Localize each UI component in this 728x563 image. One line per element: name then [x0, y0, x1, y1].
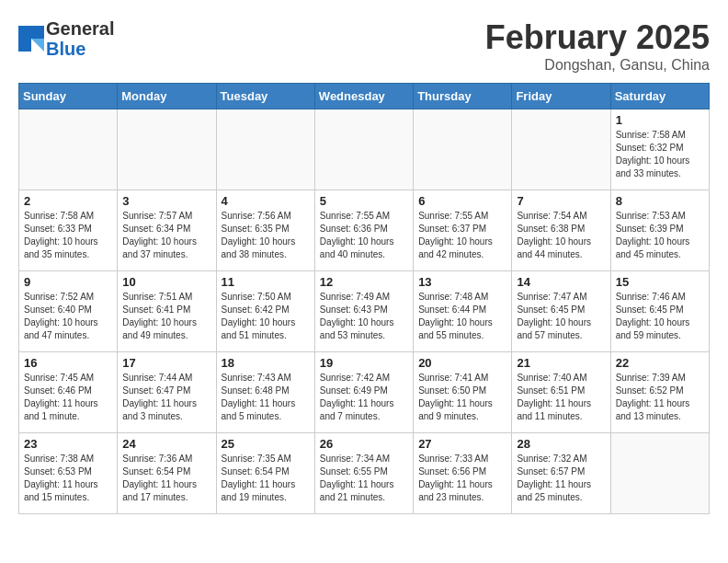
- day-number: 21: [517, 356, 605, 370]
- calendar-cell: 18Sunrise: 7:43 AMSunset: 6:48 PMDayligh…: [216, 352, 314, 433]
- calendar-cell: 7Sunrise: 7:54 AMSunset: 6:38 PMDaylight…: [512, 190, 610, 271]
- calendar-week: 16Sunrise: 7:45 AMSunset: 6:46 PMDayligh…: [19, 352, 710, 433]
- day-info: Sunrise: 7:53 AMSunset: 6:39 PMDaylight:…: [616, 210, 704, 261]
- page-header: General Blue February 2025 Dongshan, Gan…: [18, 18, 710, 74]
- day-number: 15: [616, 275, 704, 289]
- day-number: 26: [320, 437, 408, 451]
- day-number: 18: [222, 356, 310, 370]
- day-number: 24: [122, 437, 210, 451]
- calendar-cell: 5Sunrise: 7:55 AMSunset: 6:36 PMDaylight…: [314, 190, 413, 271]
- day-info: Sunrise: 7:46 AMSunset: 6:45 PMDaylight:…: [616, 291, 704, 342]
- calendar-week: 2Sunrise: 7:58 AMSunset: 6:33 PMDaylight…: [19, 190, 710, 271]
- day-info: Sunrise: 7:48 AMSunset: 6:44 PMDaylight:…: [418, 291, 506, 342]
- day-info: Sunrise: 7:56 AMSunset: 6:35 PMDaylight:…: [222, 210, 310, 261]
- day-number: 1: [616, 113, 704, 127]
- day-info: Sunrise: 7:32 AMSunset: 6:57 PMDaylight:…: [517, 453, 605, 504]
- logo: General Blue: [18, 18, 114, 59]
- calendar-cell: [414, 109, 512, 190]
- day-number: 28: [517, 437, 605, 451]
- weekday-header: Wednesday: [314, 84, 413, 109]
- calendar-cell: 22Sunrise: 7:39 AMSunset: 6:52 PMDayligh…: [610, 352, 709, 433]
- day-info: Sunrise: 7:57 AMSunset: 6:34 PMDaylight:…: [122, 210, 210, 261]
- weekday-header: Friday: [512, 84, 610, 109]
- calendar-cell: 15Sunrise: 7:46 AMSunset: 6:45 PMDayligh…: [610, 271, 709, 352]
- day-number: 7: [517, 194, 605, 208]
- day-number: 13: [418, 275, 506, 289]
- logo-blue: Blue: [46, 39, 114, 59]
- day-number: 11: [222, 275, 310, 289]
- svg-rect-0: [18, 26, 31, 52]
- calendar-cell: [216, 109, 314, 190]
- calendar-cell: 9Sunrise: 7:52 AMSunset: 6:40 PMDaylight…: [19, 271, 118, 352]
- svg-marker-2: [31, 39, 44, 52]
- weekday-header: Monday: [118, 84, 216, 109]
- weekday-header: Thursday: [414, 84, 512, 109]
- calendar-cell: 11Sunrise: 7:50 AMSunset: 6:42 PMDayligh…: [216, 271, 314, 352]
- calendar-week: 23Sunrise: 7:38 AMSunset: 6:53 PMDayligh…: [19, 433, 710, 514]
- logo-general: General: [46, 18, 114, 39]
- day-info: Sunrise: 7:33 AMSunset: 6:56 PMDaylight:…: [418, 453, 506, 504]
- calendar-cell: 12Sunrise: 7:49 AMSunset: 6:43 PMDayligh…: [314, 271, 413, 352]
- day-number: 3: [122, 194, 210, 208]
- day-number: 19: [320, 356, 408, 370]
- calendar-cell: 24Sunrise: 7:36 AMSunset: 6:54 PMDayligh…: [118, 433, 216, 514]
- day-info: Sunrise: 7:36 AMSunset: 6:54 PMDaylight:…: [122, 453, 210, 504]
- month-title: February 2025: [485, 18, 710, 57]
- title-area: February 2025 Dongshan, Gansu, China: [485, 18, 710, 74]
- day-number: 27: [418, 437, 506, 451]
- calendar-cell: 20Sunrise: 7:41 AMSunset: 6:50 PMDayligh…: [414, 352, 512, 433]
- location: Dongshan, Gansu, China: [485, 57, 710, 74]
- calendar-cell: 16Sunrise: 7:45 AMSunset: 6:46 PMDayligh…: [19, 352, 118, 433]
- calendar-cell: 25Sunrise: 7:35 AMSunset: 6:54 PMDayligh…: [216, 433, 314, 514]
- weekday-header: Saturday: [610, 84, 709, 109]
- calendar-cell: 28Sunrise: 7:32 AMSunset: 6:57 PMDayligh…: [512, 433, 610, 514]
- day-info: Sunrise: 7:58 AMSunset: 6:32 PMDaylight:…: [616, 129, 704, 180]
- day-number: 23: [24, 437, 112, 451]
- day-info: Sunrise: 7:35 AMSunset: 6:54 PMDaylight:…: [222, 453, 310, 504]
- day-number: 22: [616, 356, 704, 370]
- day-info: Sunrise: 7:42 AMSunset: 6:49 PMDaylight:…: [320, 372, 408, 423]
- calendar-cell: 14Sunrise: 7:47 AMSunset: 6:45 PMDayligh…: [512, 271, 610, 352]
- svg-rect-1: [31, 26, 44, 39]
- day-info: Sunrise: 7:51 AMSunset: 6:41 PMDaylight:…: [122, 291, 210, 342]
- calendar-week: 1Sunrise: 7:58 AMSunset: 6:32 PMDaylight…: [19, 109, 710, 190]
- calendar-week: 9Sunrise: 7:52 AMSunset: 6:40 PMDaylight…: [19, 271, 710, 352]
- day-info: Sunrise: 7:43 AMSunset: 6:48 PMDaylight:…: [222, 372, 310, 423]
- weekday-header: Sunday: [19, 84, 118, 109]
- day-number: 16: [24, 356, 112, 370]
- day-info: Sunrise: 7:54 AMSunset: 6:38 PMDaylight:…: [517, 210, 605, 261]
- calendar-header: SundayMondayTuesdayWednesdayThursdayFrid…: [19, 84, 710, 109]
- day-info: Sunrise: 7:50 AMSunset: 6:42 PMDaylight:…: [222, 291, 310, 342]
- day-number: 6: [418, 194, 506, 208]
- calendar-cell: 13Sunrise: 7:48 AMSunset: 6:44 PMDayligh…: [414, 271, 512, 352]
- day-info: Sunrise: 7:41 AMSunset: 6:50 PMDaylight:…: [418, 372, 506, 423]
- day-info: Sunrise: 7:47 AMSunset: 6:45 PMDaylight:…: [517, 291, 605, 342]
- calendar-cell: 27Sunrise: 7:33 AMSunset: 6:56 PMDayligh…: [414, 433, 512, 514]
- calendar-table: SundayMondayTuesdayWednesdayThursdayFrid…: [18, 83, 710, 514]
- day-info: Sunrise: 7:55 AMSunset: 6:37 PMDaylight:…: [418, 210, 506, 261]
- calendar-cell: [512, 109, 610, 190]
- day-number: 10: [122, 275, 210, 289]
- day-number: 2: [24, 194, 112, 208]
- day-info: Sunrise: 7:44 AMSunset: 6:47 PMDaylight:…: [122, 372, 210, 423]
- day-number: 20: [418, 356, 506, 370]
- day-number: 9: [24, 275, 112, 289]
- day-number: 4: [222, 194, 310, 208]
- calendar-cell: 3Sunrise: 7:57 AMSunset: 6:34 PMDaylight…: [118, 190, 216, 271]
- day-info: Sunrise: 7:38 AMSunset: 6:53 PMDaylight:…: [24, 453, 112, 504]
- day-number: 25: [222, 437, 310, 451]
- calendar-cell: [19, 109, 118, 190]
- calendar-cell: 4Sunrise: 7:56 AMSunset: 6:35 PMDaylight…: [216, 190, 314, 271]
- calendar-cell: 10Sunrise: 7:51 AMSunset: 6:41 PMDayligh…: [118, 271, 216, 352]
- weekday-header: Tuesday: [216, 84, 314, 109]
- calendar-body: 1Sunrise: 7:58 AMSunset: 6:32 PMDaylight…: [19, 109, 710, 514]
- calendar-cell: [314, 109, 413, 190]
- day-info: Sunrise: 7:39 AMSunset: 6:52 PMDaylight:…: [616, 372, 704, 423]
- day-info: Sunrise: 7:49 AMSunset: 6:43 PMDaylight:…: [320, 291, 408, 342]
- calendar-cell: 26Sunrise: 7:34 AMSunset: 6:55 PMDayligh…: [314, 433, 413, 514]
- day-number: 12: [320, 275, 408, 289]
- day-info: Sunrise: 7:40 AMSunset: 6:51 PMDaylight:…: [517, 372, 605, 423]
- calendar-cell: 19Sunrise: 7:42 AMSunset: 6:49 PMDayligh…: [314, 352, 413, 433]
- day-info: Sunrise: 7:45 AMSunset: 6:46 PMDaylight:…: [24, 372, 112, 423]
- calendar-cell: 2Sunrise: 7:58 AMSunset: 6:33 PMDaylight…: [19, 190, 118, 271]
